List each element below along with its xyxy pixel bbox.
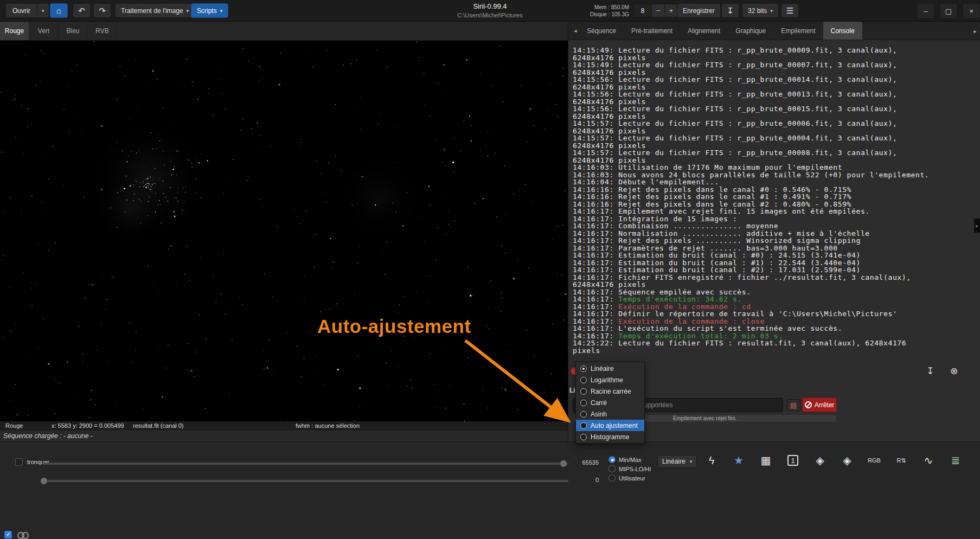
close-icon: × bbox=[969, 7, 973, 15]
open-dropdown-button[interactable]: ▾ bbox=[37, 3, 49, 18]
console-line: 14:15:49: Lecture du fichier FITS : r_pp… bbox=[573, 61, 937, 76]
stop-icon bbox=[805, 401, 812, 408]
redo-icon: ↷ bbox=[99, 6, 106, 16]
thread-spinner: 8 − + bbox=[633, 4, 678, 17]
curve-icon: ∿ bbox=[924, 454, 933, 467]
dropdown-item-label: Histogramme bbox=[591, 433, 629, 441]
channel-tab-vert[interactable]: Vert bbox=[29, 22, 59, 40]
open-button[interactable]: Ouvrir bbox=[5, 3, 37, 18]
siril-window: Ouvrir ▾ ⌂ ↶ ↷ Traitement de l'image ▾ S… bbox=[0, 0, 980, 539]
dropdown-item-lineaire[interactable]: Linéaire bbox=[576, 363, 644, 374]
spin-minus-button[interactable]: − bbox=[652, 4, 665, 17]
grid-view-button[interactable]: ▦ bbox=[757, 452, 775, 469]
bolt-icon: ϟ bbox=[709, 454, 715, 467]
high-slider-handle[interactable] bbox=[560, 460, 567, 467]
radio-min-max[interactable]: Min/Max bbox=[609, 456, 642, 463]
console-line: 14:16:17: Définir le répertoire de trava… bbox=[573, 310, 937, 318]
bottom-strip: tronquer 65535 0 Min/MaxMIPS-LO/HIUtilis… bbox=[0, 441, 980, 539]
console-line: 14:16:17: Temps d'exécution: 34.62 s. bbox=[573, 296, 937, 303]
link-icon[interactable] bbox=[17, 532, 28, 538]
channel-tab-bleu[interactable]: Bleu bbox=[59, 22, 88, 40]
tab-graphique[interactable]: Graphique bbox=[728, 22, 773, 40]
dropdown-item-label: Asinh bbox=[591, 410, 607, 418]
save-as-button[interactable]: ↧ bbox=[721, 3, 739, 18]
close-button[interactable]: × bbox=[963, 4, 979, 18]
bolt-button[interactable]: ϟ bbox=[702, 452, 721, 469]
radio-mips-lo-hi[interactable]: MIPS-LO/HI bbox=[609, 465, 651, 472]
sync-checkbox[interactable] bbox=[4, 531, 12, 538]
hamburger-menu-button[interactable]: ☰ bbox=[781, 3, 799, 18]
curve-button[interactable]: ∿ bbox=[919, 452, 938, 469]
tab-pre-traitement[interactable]: Pré-traitement bbox=[624, 22, 680, 40]
image-stack-button[interactable]: ≣ bbox=[946, 452, 965, 469]
export-log-button[interactable]: ↧ bbox=[921, 363, 939, 378]
display-mode-select[interactable]: Linéaire ▾ bbox=[657, 455, 697, 468]
right-tabs: SéquencePré-traitementAlignementGraphiqu… bbox=[579, 22, 862, 40]
minimize-icon: – bbox=[924, 7, 927, 15]
mem-label: Mem : 850.0M bbox=[574, 4, 629, 11]
chevron-down-icon: ▾ bbox=[42, 8, 44, 14]
radio-utilisateur[interactable]: Utilisateur bbox=[609, 474, 645, 482]
save-button[interactable]: Enregistrer bbox=[677, 3, 721, 18]
redo-button[interactable]: ↷ bbox=[93, 3, 111, 18]
window-title: Siril-0.99.4 C:\Users\Michel\Pictures bbox=[457, 2, 522, 20]
clear-console-button[interactable]: ⊗ bbox=[945, 363, 963, 378]
dropdown-item-auto-ajustement[interactable]: Auto ajustement bbox=[576, 420, 644, 431]
minimize-button[interactable]: – bbox=[918, 4, 934, 18]
dropdown-item-asinh[interactable]: Asinh bbox=[576, 408, 644, 420]
radio-icon bbox=[580, 400, 587, 406]
console-message: Lecture du fichier FITS : r_pp_brute_000… bbox=[573, 134, 902, 150]
channel-swap-button[interactable]: R⇅ bbox=[892, 452, 911, 469]
plus-icon: + bbox=[669, 7, 674, 15]
console-line: 14:16:17: Fichier FITS enregistré : fich… bbox=[573, 274, 937, 288]
tab-empilement[interactable]: Empilement bbox=[773, 22, 823, 40]
home-button[interactable]: ⌂ bbox=[50, 3, 68, 18]
console-message: Fichier FITS enregistré : fichier ../res… bbox=[573, 273, 915, 289]
dropdown-item-histogramme[interactable]: Histogramme bbox=[576, 431, 644, 442]
low-slider-handle[interactable] bbox=[40, 477, 48, 485]
rgb-channels-button[interactable]: RGB bbox=[865, 452, 883, 469]
image-processing-menu-button[interactable]: Traitement de l'image ▾ bbox=[115, 3, 195, 18]
radio-icon bbox=[609, 474, 616, 482]
console-log[interactable]: 14:15:49: Lecture du fichier FITS : r_pp… bbox=[573, 47, 937, 357]
scripts-menu-button[interactable]: Scripts ▾ bbox=[191, 3, 228, 18]
stop-button[interactable]: Arrêter bbox=[802, 397, 837, 412]
high-slider[interactable] bbox=[42, 463, 568, 465]
dropdown-item-logarithme[interactable]: Logarithme bbox=[576, 374, 644, 386]
spin-plus-button[interactable]: + bbox=[665, 4, 678, 17]
console-line: 14:16:17: L'exécution du script s'est te… bbox=[573, 325, 937, 332]
undo-icon: ↶ bbox=[78, 6, 85, 16]
undo-button[interactable]: ↶ bbox=[73, 3, 91, 18]
tab-alignement[interactable]: Alignement bbox=[680, 22, 728, 40]
dropdown-item-carre[interactable]: Carré bbox=[576, 397, 644, 408]
bit-depth-select[interactable]: 32 bits ▾ bbox=[742, 3, 779, 18]
radio-icon bbox=[580, 388, 587, 395]
console-line: 14:15:57: Lecture du fichier FITS : r_pp… bbox=[573, 120, 937, 134]
console-message: Lecture du fichier FITS : r_pp_brute_000… bbox=[573, 149, 902, 164]
console-line: 14:16:03: Utilisation de 17176 Mo maximu… bbox=[573, 164, 937, 171]
low-slider[interactable] bbox=[42, 480, 568, 482]
right-tab-bar: ◂ SéquencePré-traitementAlignementGraphi… bbox=[568, 22, 980, 40]
channel-tab-rouge[interactable]: Rouge bbox=[0, 22, 29, 40]
rgb-channels-icon: RGB bbox=[868, 457, 881, 464]
channel-tab-rvb[interactable]: RVB bbox=[88, 22, 117, 40]
tab-sequence[interactable]: Séquence bbox=[579, 22, 624, 40]
tabs-scroll-right-button[interactable]: ▸ bbox=[971, 22, 979, 40]
panel-expander[interactable]: ▸ bbox=[974, 219, 980, 233]
layers-alt-button[interactable]: ◈ bbox=[838, 452, 856, 469]
dropdown-item-racine-carree[interactable]: Racine carrée bbox=[576, 386, 644, 397]
clear-console-icon: ⊗ bbox=[950, 366, 958, 376]
image-viewport[interactable] bbox=[0, 41, 568, 421]
truncate-checkbox[interactable] bbox=[15, 458, 23, 466]
layers-button[interactable]: ◈ bbox=[811, 452, 829, 469]
tab-console[interactable]: Console bbox=[823, 22, 862, 40]
maximize-button[interactable]: ▢ bbox=[940, 4, 957, 18]
single-frame-button[interactable]: 1 bbox=[784, 452, 802, 469]
console-line: 14:16:04: Débute l'empilement... bbox=[573, 178, 937, 186]
bit-depth-value: 32 bits bbox=[748, 7, 767, 15]
star-button[interactable]: ★ bbox=[729, 452, 748, 469]
radio-icon bbox=[580, 411, 587, 418]
status-fwhm: fwhm : aucune sélection bbox=[296, 422, 360, 429]
command-help-button[interactable]: ▤ bbox=[786, 399, 800, 411]
tabs-scroll-left-button[interactable]: ◂ bbox=[572, 22, 579, 40]
